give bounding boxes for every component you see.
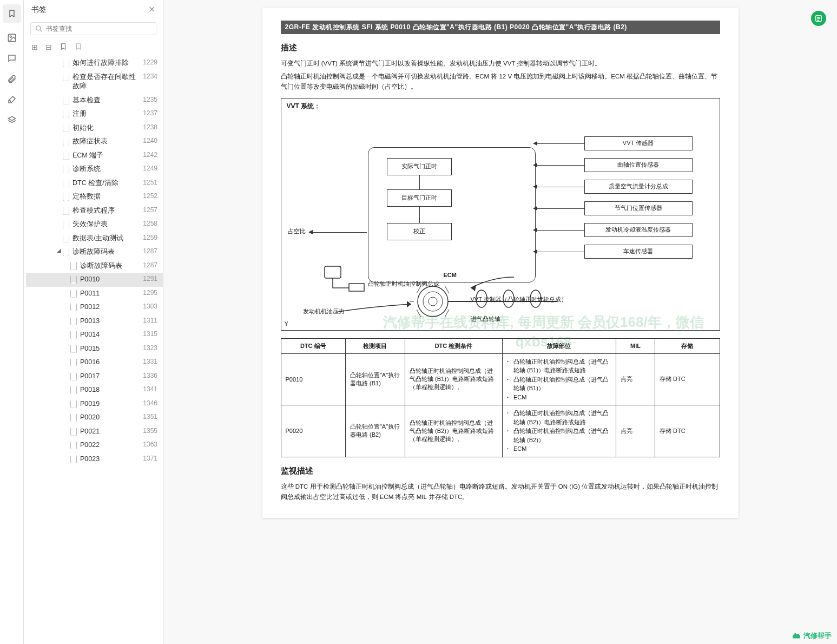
diagram-title: VVT 系统： <box>287 102 714 111</box>
add-bookmark-icon[interactable] <box>60 43 67 52</box>
bookmark-search[interactable] <box>30 22 156 35</box>
tree-item[interactable]: ◢诊断故障码表1287 <box>26 245 163 259</box>
tree-item[interactable]: P00181341 <box>26 383 163 397</box>
tree-item[interactable]: P00221363 <box>26 438 163 452</box>
tree-item[interactable]: 失效保护表1258 <box>26 218 163 232</box>
sensor-box: 质量空气流量计分总成 <box>584 180 693 194</box>
document-viewport[interactable]: 2GR-FE 发动机控制系统 SFI 系统 P0010 凸轮轴位置"A"执行器电… <box>163 0 837 644</box>
tree-item[interactable]: 诊断故障码表1287 <box>26 259 163 273</box>
watermark-ghost: 汽修帮手在线资料库, 每周更新 会员仅168/年，微信qxbs168 <box>368 312 720 352</box>
document-page: 2GR-FE 发动机控制系统 SFI 系统 P0010 凸轮轴位置"A"执行器电… <box>262 8 739 518</box>
expand-all-icon[interactable]: ⊞ <box>31 43 38 52</box>
left-icon-strip <box>0 0 24 644</box>
tree-item[interactable]: P00211355 <box>26 425 163 439</box>
tree-item[interactable]: P00111295 <box>26 287 163 301</box>
tree-item[interactable]: 初始化1238 <box>26 121 163 135</box>
bookmark-icon[interactable] <box>3 4 21 23</box>
label-duty-cycle: 占空比 <box>288 227 306 235</box>
sensor-box: 车速传感器 <box>584 245 693 259</box>
search-icon <box>35 25 43 32</box>
label-y: Y <box>285 320 288 327</box>
paragraph: 可变气门正时 (VVT) 系统调节进气门正时以改善操纵性能。发动机机油压力使 V… <box>281 58 720 69</box>
bookmark-outline-icon[interactable] <box>75 43 82 52</box>
watermark-logo: 汽修帮手 <box>792 631 832 641</box>
paragraph: 这些 DTC 用于检测凸轮轴正时机油控制阀总成（进气凸轮轴）电路断路或短路。发动… <box>281 482 720 503</box>
comment-icon[interactable] <box>6 53 17 64</box>
dtc-table: DTC 编号检测项目DTC 检测条件故障部位MIL存储 P0010凸轮轴位置"A… <box>281 338 720 457</box>
collapse-all-icon[interactable]: ⊟ <box>45 43 52 52</box>
vvt-system-diagram: VVT 系统： ECM 实际气门正时 目标气门正时 校正 占空比 VVT 传感器… <box>281 98 720 331</box>
paragraph: 凸轮轴正时机油控制阀总成是一个电磁阀并可切换发动机机油管路。ECM 将 12 V… <box>281 71 720 93</box>
tree-item[interactable]: P00131311 <box>26 314 163 328</box>
svg-marker-12 <box>407 301 411 307</box>
section-title-monitor: 监视描述 <box>281 466 720 476</box>
bookmark-tools: ⊞ ⊟ <box>24 38 163 56</box>
box-correction: 校正 <box>387 223 452 240</box>
tree-item[interactable]: P00201351 <box>26 411 163 425</box>
bookmarks-sidebar: 书签 ✕ ⊞ ⊟ 如何进行故障排除1229检查是否存在间歇性故障1234基本检查… <box>24 0 163 644</box>
tree-item[interactable]: P00161331 <box>26 356 163 370</box>
tree-item[interactable]: P00231371 <box>26 452 163 466</box>
close-icon[interactable]: ✕ <box>148 4 155 15</box>
image-icon[interactable] <box>6 32 17 43</box>
attachment-icon[interactable] <box>6 74 17 84</box>
label-oil-pressure: 发动机机油压力 <box>303 307 345 316</box>
search-input[interactable] <box>46 25 151 32</box>
tree-item[interactable]: 检查是否存在间歇性故障1234 <box>26 70 163 94</box>
svg-point-2 <box>36 26 41 30</box>
bookmark-tree: 如何进行故障排除1229检查是否存在间歇性故障1234基本检查1235注册123… <box>24 56 163 644</box>
label-vvt-controller: VVT 控制器（凸轮轴正时齿轮总成） <box>471 295 567 304</box>
section-title-description: 描述 <box>281 43 720 53</box>
tree-item[interactable]: DTC 检查/清除1251 <box>26 176 163 190</box>
sensor-box: 发动机冷却液温度传感器 <box>584 223 693 237</box>
tree-item[interactable]: 如何进行故障排除1229 <box>26 56 163 70</box>
float-action-button[interactable] <box>811 11 826 26</box>
label-oil-valve: 凸轮轴正时机油控制阀总成 <box>368 280 439 288</box>
tree-item[interactable]: 基本检查1235 <box>26 94 163 108</box>
tree-item[interactable]: P00191346 <box>26 397 163 411</box>
sensor-box: VVT 传感器 <box>584 136 693 150</box>
tree-item[interactable]: 注册1237 <box>26 107 163 121</box>
tree-item[interactable]: ECM 端子1242 <box>26 149 163 163</box>
sidebar-title: 书签 <box>31 5 47 15</box>
table-row: P0010凸轮轴位置"A"执行器电路 (B1)凸轮轴正时机油控制阀总成（进气凸轮… <box>281 353 720 405</box>
sensor-box: 曲轴位置传感器 <box>584 158 693 172</box>
tree-item[interactable]: 检查模式程序1257 <box>26 204 163 218</box>
svg-point-6 <box>423 292 443 311</box>
box-target-timing: 目标气门正时 <box>387 189 452 207</box>
tree-item[interactable]: 诊断系统1249 <box>26 162 163 176</box>
tree-item[interactable]: 定格数据1252 <box>26 190 163 204</box>
tree-item[interactable]: P00151323 <box>26 342 163 356</box>
svg-rect-3 <box>325 266 341 278</box>
svg-point-1 <box>10 36 11 37</box>
tree-item[interactable]: P00121303 <box>26 300 163 314</box>
svg-point-7 <box>429 297 437 306</box>
box-actual-timing: 实际气门正时 <box>387 158 452 175</box>
tree-item[interactable]: P00141315 <box>26 328 163 342</box>
tree-item[interactable]: 故障症状表1240 <box>26 135 163 149</box>
tree-item[interactable]: P00101291 <box>26 273 163 287</box>
signature-icon[interactable] <box>6 94 17 105</box>
tree-item[interactable]: P00171336 <box>26 370 163 384</box>
svg-marker-13 <box>471 285 476 291</box>
svg-rect-4 <box>349 284 364 291</box>
doc-header-bar: 2GR-FE 发动机控制系统 SFI 系统 P0010 凸轮轴位置"A"执行器电… <box>281 21 720 34</box>
sensor-box: 节气门位置传感器 <box>584 201 693 215</box>
table-row: P0020凸轮轴位置"A"执行器电路 (B2)凸轮轴正时机油控制阀总成（进气凸轮… <box>281 405 720 457</box>
tree-item[interactable]: 数据表/主动测试1259 <box>26 232 163 246</box>
layers-icon[interactable] <box>6 115 17 126</box>
